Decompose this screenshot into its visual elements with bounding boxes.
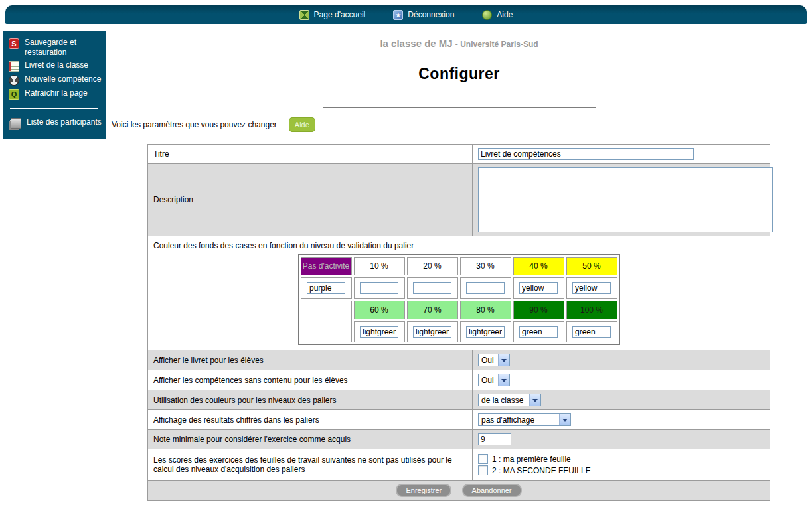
afficher-competences-label: Afficher les compétences sans contenu po… (148, 370, 473, 390)
swatch-20: 20 % (407, 257, 458, 275)
color-input-70[interactable] (413, 326, 451, 338)
couleurs-niveaux-select[interactable]: de la classe (478, 394, 541, 406)
page-title: Configurer (106, 65, 812, 83)
class-title-line: la classe de MJ - Université Paris-Sud (106, 38, 812, 49)
sidebar-item-participants[interactable]: Liste des participants (9, 117, 102, 129)
save-icon (9, 38, 19, 49)
sidebar-item-sauvegarde[interactable]: Sauvegarde et restauration (9, 38, 102, 58)
afficher-competences-select[interactable]: Oui (478, 374, 510, 386)
color-input-20[interactable] (413, 282, 451, 294)
new-competence-icon (9, 75, 19, 86)
color-input-30[interactable] (466, 282, 505, 294)
feuille-1-label: 1 : ma première feuille (492, 455, 571, 464)
swatch-10: 10 % (354, 257, 405, 275)
chevron-down-icon (529, 394, 540, 406)
couleurs-niveaux-label: Utilisation des couleurs pour les niveau… (148, 390, 473, 410)
sidebar-item-label: Livret de la classe (25, 60, 88, 70)
feuille-2-label: 2 : MA SECONDE FEUILLE (492, 466, 591, 475)
sidebar-item-label: Rafraîchir la page (25, 88, 88, 98)
config-form-table: Titre Description Couleur des fonds des … (147, 144, 770, 501)
description-textarea[interactable] (478, 167, 773, 232)
description-value-cell (473, 164, 770, 236)
swatch-50: 50 % (566, 257, 617, 275)
afficher-livret-label: Afficher le livret pour les élèves (148, 350, 473, 370)
sidebar-item-label: Liste des participants (27, 117, 102, 127)
swatch-70: 70 % (407, 301, 458, 319)
feuilles-label: Les scores des exercices des feuilles de… (148, 449, 473, 481)
swatch-90: 90 % (513, 301, 564, 319)
feuille-1-checkbox[interactable] (478, 454, 488, 464)
swatch-40: 40 % (513, 257, 564, 275)
class-title: la classe de MJ (380, 38, 452, 49)
nav-home-label: Page d'accueil (314, 10, 366, 19)
intro-row: Voici les paramètres que vous pouvez cha… (112, 117, 315, 132)
chevron-down-icon (498, 374, 509, 386)
sidebar-item-rafraichir[interactable]: Rafraîchir la page (9, 88, 102, 100)
main-content: la classe de MJ - Université Paris-Sud C… (106, 24, 812, 108)
swatch-60: 60 % (354, 301, 405, 319)
institution-label: - Université Paris-Sud (455, 40, 538, 49)
sidebar-divider (10, 108, 98, 109)
participants-icon (11, 118, 21, 129)
logout-icon (393, 10, 403, 20)
couleurs-cell: Couleur des fonds des cases en fonction … (148, 236, 770, 350)
titre-label: Titre (148, 145, 473, 164)
row-afficher-livret: Afficher le livret pour les élèves Oui (148, 350, 770, 370)
row-feuilles: Les scores des exercices des feuilles de… (148, 449, 770, 481)
chevron-down-icon (559, 414, 570, 425)
sidebar-item-label: Nouvelle compétence (25, 74, 101, 84)
nav-home[interactable]: Page d'accueil (299, 10, 366, 20)
color-input-60[interactable] (360, 326, 398, 338)
row-afficher-competences: Afficher les compétences sans contenu po… (148, 370, 770, 390)
title-divider (323, 107, 596, 108)
nav-logout[interactable]: Déconnexion (393, 10, 454, 20)
color-grid-header-row-2: 60 % 70 % 80 % 90 % 100 % (301, 301, 617, 319)
top-navigation-bar: Page d'accueil Déconnexion Aide (5, 5, 807, 24)
row-note-minimale: Note minimale pour considérer l'exercice… (148, 430, 770, 449)
sidebar-item-nouvelle-competence[interactable]: Nouvelle compétence (9, 74, 102, 86)
refresh-icon (9, 89, 19, 100)
feuille-2-checkbox[interactable] (478, 465, 488, 475)
swatch-100: 100 % (566, 301, 617, 319)
note-minimale-label: Note minimale pour considérer l'exercice… (148, 430, 473, 449)
color-input-100[interactable] (572, 326, 611, 338)
note-minimale-input[interactable] (478, 433, 511, 445)
couleurs-label: Couleur des fonds des cases en fonction … (153, 240, 764, 252)
affichage-resultats-select[interactable]: pas d'affichage (478, 413, 571, 426)
sidebar-item-livret[interactable]: Livret de la classe (9, 60, 102, 72)
row-couleurs: Couleur des fonds des cases en fonction … (148, 236, 770, 350)
color-input-90[interactable] (519, 326, 558, 338)
color-grid-header-row-1: Pas d'activité 10 % 20 % 30 % 40 % 50 % (301, 257, 617, 275)
nav-logout-label: Déconnexion (408, 10, 454, 19)
intro-text: Voici les paramètres que vous pouvez cha… (112, 120, 277, 129)
feuille-option-1: 1 : ma première feuille (478, 454, 764, 464)
home-icon (299, 10, 309, 20)
color-grid: Pas d'activité 10 % 20 % 30 % 40 % 50 % (298, 254, 620, 345)
enregistrer-button[interactable]: Enregistrer (396, 484, 451, 497)
affichage-resultats-label: Affichage des résultats chiffrés dans le… (148, 410, 473, 430)
nav-help-label: Aide (497, 10, 513, 19)
color-input-80[interactable] (466, 326, 505, 338)
color-input-50[interactable] (572, 282, 611, 294)
swatch-80: 80 % (460, 301, 511, 319)
nav-help[interactable]: Aide (482, 10, 513, 20)
row-titre: Titre (148, 145, 770, 164)
color-input-10[interactable] (360, 282, 398, 294)
color-grid-spacer (301, 301, 352, 342)
aide-button[interactable]: Aide (289, 117, 315, 132)
chevron-down-icon (498, 354, 509, 366)
swatch-pas-activite: Pas d'activité (301, 257, 352, 275)
description-label: Description (148, 164, 473, 236)
color-input-pas-activite[interactable] (307, 282, 345, 294)
titre-input[interactable] (478, 148, 694, 160)
row-couleurs-niveaux: Utilisation des couleurs pour les niveau… (148, 390, 770, 410)
row-footer: Enregistrer Abandonner (148, 481, 770, 501)
color-input-40[interactable] (519, 282, 558, 294)
swatch-30: 30 % (460, 257, 511, 275)
afficher-livret-select[interactable]: Oui (478, 354, 510, 366)
sidebar: Sauvegarde et restauration Livret de la … (3, 31, 106, 139)
booklet-icon (9, 61, 19, 72)
abandonner-button[interactable]: Abandonner (462, 484, 522, 497)
titre-value-cell (473, 145, 770, 164)
sidebar-item-label: Sauvegarde et restauration (25, 38, 102, 58)
